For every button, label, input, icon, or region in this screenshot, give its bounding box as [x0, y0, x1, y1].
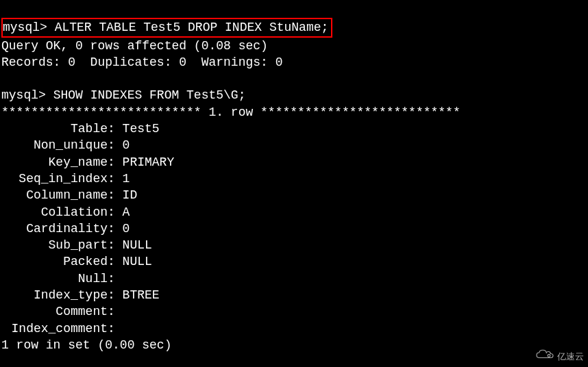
field-label: Packed	[1, 253, 108, 270]
alter-table-command: ALTER TABLE Test5 DROP INDEX StuName;	[55, 21, 329, 34]
field-value: ID	[123, 188, 138, 202]
field-value: 0	[123, 222, 130, 236]
terminal-output: mysql> ALTER TABLE Test5 DROP INDEX StuN…	[1, 1, 587, 367]
field-value: NULL	[123, 238, 152, 252]
field-label: Null	[1, 270, 108, 287]
row-separator: *************************** 1. row *****…	[1, 105, 461, 119]
query-ok-line: Query OK, 0 rows affected (0.08 sec)	[1, 39, 268, 53]
field-value: Test5	[123, 122, 160, 136]
watermark: 亿速云	[535, 349, 584, 364]
mysql-prompt: mysql>	[1, 88, 46, 102]
watermark-text: 亿速云	[557, 351, 584, 363]
field-value: PRIMARY	[123, 155, 175, 169]
index-fields-container: Table: Test5 Non_unique: 0 Key_name: PRI…	[1, 121, 587, 337]
highlighted-command: mysql> ALTER TABLE Test5 DROP INDEX StuN…	[1, 18, 332, 37]
field-value: A	[123, 205, 130, 219]
field-label: Table	[1, 121, 108, 137]
field-value: BTREE	[123, 288, 160, 302]
result-footer: 1 row in set (0.00 sec)	[1, 338, 171, 352]
records-line: Records: 0 Duplicates: 0 Warnings: 0	[1, 55, 282, 69]
field-label: Sub_part	[1, 237, 108, 253]
field-label: Cardinality	[1, 220, 108, 237]
field-label: Comment	[1, 303, 108, 320]
field-label: Index_type	[1, 287, 108, 303]
field-label: Non_unique	[1, 137, 108, 153]
field-label: Key_name	[1, 154, 108, 170]
field-value: NULL	[123, 255, 152, 268]
field-value: 1	[123, 172, 130, 186]
cloud-icon	[535, 349, 555, 364]
mysql-prompt: mysql>	[3, 21, 47, 34]
field-label: Collation	[1, 204, 108, 220]
svg-point-0	[548, 355, 550, 357]
field-label: Seq_in_index	[1, 170, 108, 187]
field-value: 0	[123, 138, 130, 152]
field-label: Index_comment	[1, 320, 108, 337]
show-indexes-command: SHOW INDEXES FROM Test5\G;	[53, 88, 246, 102]
field-label: Column_name	[1, 187, 108, 203]
